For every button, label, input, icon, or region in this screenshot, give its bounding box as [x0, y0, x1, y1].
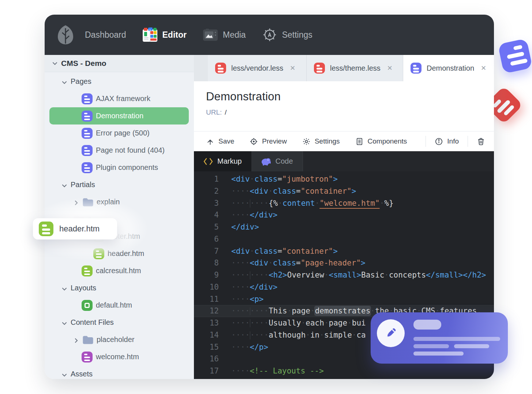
nav-item-dashboard[interactable]: Dashboard — [85, 30, 126, 40]
tree-item-content-files[interactable]: Content Files — [45, 314, 194, 331]
components-button[interactable]: Components — [355, 137, 407, 146]
editor-tab-label: Code — [276, 157, 293, 166]
tab-label: less/vendor.less — [231, 64, 283, 73]
tree-item-partials[interactable]: Partials — [45, 176, 194, 193]
editor-tab-code[interactable]: Code — [251, 151, 303, 171]
chevron-right-icon — [73, 199, 79, 205]
tree-item-label: default.htm — [96, 301, 132, 309]
gear-icon — [262, 27, 277, 42]
line-number: 15 — [194, 341, 219, 353]
editor-tab-markup[interactable]: Markup — [194, 151, 251, 171]
pencil-icon — [383, 326, 398, 341]
document-header: Demonstration URL:/ — [194, 81, 494, 131]
tree-item-pages[interactable]: Pages — [45, 73, 194, 90]
delete-button[interactable] — [477, 137, 485, 146]
gear-icon — [302, 137, 311, 146]
sidebar-root-item[interactable]: CMS - Demo — [45, 55, 194, 72]
save-button[interactable]: Save — [206, 137, 234, 146]
close-tab-icon[interactable]: ✕ — [481, 64, 486, 72]
info-button[interactable]: Info — [435, 137, 459, 146]
tree-item-ajax-framework[interactable]: AJAX framework — [45, 90, 194, 107]
tabstrip-spacer — [194, 55, 208, 81]
file-icon — [82, 162, 93, 173]
line-number: 18 — [194, 377, 219, 379]
tree-item-label: header.htm — [108, 249, 144, 258]
chevron-down-icon — [61, 371, 67, 377]
url-label: URL: — [206, 108, 222, 116]
line-content: ····<p> — [231, 293, 264, 305]
save-upload-icon — [206, 137, 214, 146]
document-toolbar: Save Preview Settings — [194, 131, 494, 151]
line-number: 6 — [194, 233, 219, 245]
leaf-logo-icon[interactable] — [57, 25, 74, 45]
close-tab-icon[interactable]: ✕ — [290, 64, 295, 72]
line-number: 12 — [194, 305, 219, 317]
nav-label: Settings — [282, 30, 312, 40]
nav-item-settings[interactable]: Settings — [262, 27, 312, 42]
tree-item-calcresult-htm[interactable]: calcresult.htm — [45, 262, 194, 279]
tree-item-label: Partials — [71, 181, 95, 189]
file-icon — [93, 248, 104, 259]
folder-icon — [82, 335, 93, 344]
tree-item-placeholder[interactable]: placeholder — [45, 331, 194, 348]
line-content: ········{%·content·"welcome.htm"·%} — [231, 197, 394, 209]
tree-item-page-not-found-404[interactable]: Page not found (404) — [45, 142, 194, 159]
card-skeleton-title — [413, 320, 441, 330]
tree-item-default-htm[interactable]: default.htm — [45, 297, 194, 314]
folder-icon — [82, 198, 93, 207]
nav-item-media[interactable]: Media — [203, 27, 246, 42]
tree-item-demonstration[interactable]: Demonstration — [45, 107, 194, 124]
tab-less-theme-less[interactable]: less/theme.less✕ — [307, 55, 403, 81]
preview-button[interactable]: Preview — [250, 137, 287, 146]
code-line: 3········{%·content·"welcome.htm"·%} — [194, 197, 494, 209]
line-content: ····</div> — [231, 281, 277, 293]
editor-icon — [142, 27, 158, 42]
nav-label: Media — [223, 30, 246, 40]
drag-ghost-label: header.htm — [59, 224, 100, 234]
line-content: <div·class="jumbotron"> — [231, 173, 338, 185]
close-tab-icon[interactable]: ✕ — [387, 64, 393, 72]
page: Dashboard Editor — [0, 0, 532, 394]
tree-item-header-htm[interactable]: header.htm — [45, 245, 194, 262]
partial-file-icon — [39, 222, 53, 236]
tree-item-label: Layouts — [71, 284, 96, 292]
tab-less-vendor-less[interactable]: less/vendor.less✕ — [208, 55, 307, 81]
tree-item-layouts[interactable]: Layouts — [45, 279, 194, 297]
code-line: 2····<div·class="container"> — [194, 185, 494, 197]
tree-item-explain[interactable]: explain — [45, 193, 194, 211]
chevron-right-icon — [73, 337, 79, 343]
php-elephant-icon — [261, 157, 271, 166]
tree-item-label: Page not found (404) — [96, 146, 165, 155]
file-icon — [82, 145, 93, 156]
tree-item-plugin-components[interactable]: Plugin components — [45, 159, 194, 176]
document-tabstrip: less/vendor.less✕less/theme.less✕Demonst… — [194, 55, 494, 81]
line-number: 7 — [194, 245, 219, 257]
line-number: 16 — [194, 353, 219, 365]
settings-button[interactable]: Settings — [302, 137, 340, 146]
nav-item-editor[interactable]: Editor — [142, 27, 187, 42]
line-number: 14 — [194, 329, 219, 341]
file-icon — [314, 63, 325, 74]
trash-icon — [477, 137, 485, 146]
line-content: ····</p> — [231, 341, 268, 353]
tree-item-assets[interactable]: Assets — [45, 365, 194, 379]
code-line: 5</div> — [194, 221, 494, 233]
chevron-down-icon — [61, 285, 67, 291]
layout-file-icon — [82, 300, 93, 311]
components-label: Components — [368, 137, 407, 145]
drag-ghost[interactable]: header.htm — [33, 218, 117, 239]
tab-demonstration[interactable]: Demonstration✕ — [403, 55, 494, 81]
editor-tab-label: Markup — [217, 157, 242, 166]
line-number: 2 — [194, 185, 219, 197]
code-line: 6 — [194, 233, 494, 245]
page-url: URL:/ — [206, 108, 494, 116]
tree-item-error-page-500[interactable]: Error page (500) — [45, 124, 194, 142]
line-content: ····<h2>Layouts</h2> — [231, 377, 324, 379]
code-line: 7<div·class="container"> — [194, 245, 494, 257]
line-number: 1 — [194, 173, 219, 185]
code-line: 10····</div> — [194, 281, 494, 293]
line-number: 3 — [194, 197, 219, 209]
tree-item-label: calcresult.htm — [96, 267, 141, 275]
toolbar-separator — [426, 136, 426, 147]
tree-item-welcome-htm[interactable]: welcome.htm — [45, 348, 194, 365]
